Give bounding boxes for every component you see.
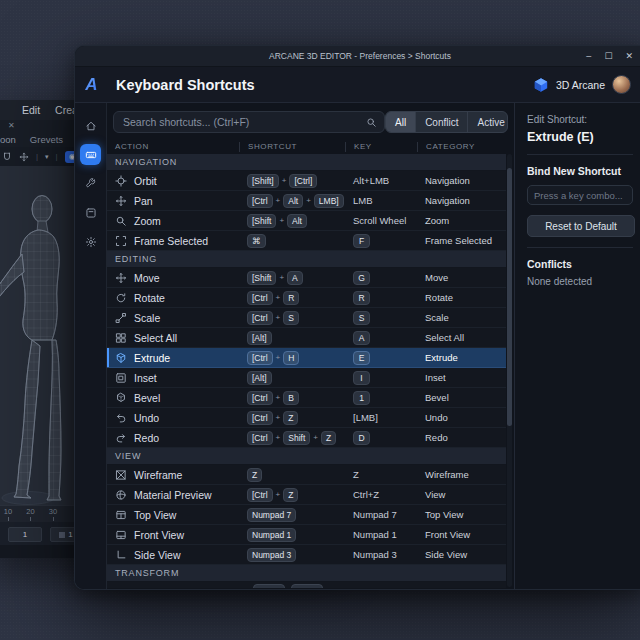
dialog-rail: [75, 103, 107, 589]
timeline-tick: 30: [43, 507, 63, 521]
table-row[interactable]: Scale[Ctrl+SSScale: [107, 308, 506, 328]
shortcut-cell: [Ctrl+Z: [239, 411, 345, 425]
shortcut-chip: [Shift: [247, 214, 276, 228]
editor-tab[interactable]: oon: [0, 134, 16, 145]
key-cell: Numpad 3: [345, 549, 417, 560]
cube-3d-icon: [533, 77, 549, 93]
key-cell: Z: [345, 469, 417, 480]
menu-item-edit[interactable]: Edit: [22, 104, 40, 116]
scale-icon: [115, 312, 127, 324]
panel-divider: [527, 154, 633, 155]
table-row[interactable]: Pan[Ctrl+Alt+LMB]LMBNavigation: [107, 191, 506, 211]
scrollbar[interactable]: [507, 154, 512, 587]
key-combo-input[interactable]: [527, 185, 633, 205]
table-row[interactable]: Material Preview[Ctrl+ZCtrl+ZView: [107, 485, 506, 505]
action-label: Zoom: [134, 215, 161, 227]
column-header-key: KEY: [345, 142, 417, 152]
plus-separator: +: [313, 433, 318, 442]
dialog-titlebar[interactable]: ARCANE 3D EDITOR - Preferences > Shortcu…: [75, 46, 640, 67]
rotate-icon: [115, 292, 127, 304]
shortcut-chip: [Ctrl: [247, 431, 273, 445]
shortcut-cell: Numpad 3: [239, 548, 345, 562]
key-cell: D: [345, 431, 417, 445]
shortcut-cell: Numpad 1: [239, 528, 345, 542]
key-cell: R: [345, 291, 417, 305]
table-row[interactable]: Frame Selected⌘FFrame Selected: [107, 231, 506, 251]
plus-separator: +: [276, 490, 281, 499]
filter-conflict[interactable]: Conflict: [415, 112, 467, 132]
key-chip: E: [353, 351, 370, 365]
plus-separator: +: [276, 393, 281, 402]
category-cell: View: [417, 489, 506, 500]
shortcut-cell: [Ctrl+R: [239, 291, 345, 305]
sidebar-item-shortcuts[interactable]: [80, 144, 101, 165]
scrollbar-thumb[interactable]: [507, 168, 512, 426]
key-cell: LMB: [345, 195, 417, 206]
category-cell: Bevel: [417, 392, 506, 403]
current-frame-field[interactable]: 1: [8, 527, 42, 542]
reset-to-default-button[interactable]: Reset to Default: [527, 215, 635, 237]
shortcut-chip: [Ctrl]: [289, 174, 317, 188]
wireframe-icon: [115, 469, 127, 481]
dialog-title: ARCANE 3D EDITOR - Preferences > Shortcu…: [269, 51, 451, 61]
table-row[interactable]: Rotate[Ctrl+RRRotate: [107, 288, 506, 308]
key-chip: 1: [353, 391, 370, 405]
close-button[interactable]: ✕: [625, 51, 633, 61]
shortcut-cell: [Shift+Alt: [239, 214, 345, 228]
sidebar-item-tools[interactable]: [80, 173, 101, 194]
sidebar-item-settings[interactable]: [80, 231, 101, 252]
shortcut-cell: Z: [239, 468, 345, 482]
action-label: Front View: [134, 529, 184, 541]
column-header-category: CATEGORY: [417, 142, 514, 152]
editor-tab[interactable]: Grevets: [30, 134, 63, 145]
table-row[interactable]: Undo[Ctrl+Z[LMB]Undo: [107, 408, 506, 428]
snap-icon[interactable]: [2, 152, 12, 162]
key-cell: Scroll Wheel: [345, 215, 417, 226]
sidebar-item-addons[interactable]: [80, 202, 101, 223]
action-label: Scale: [134, 312, 160, 324]
key-cell: I: [345, 371, 417, 385]
table-row[interactable]: Select All[Alt]ASelect All: [107, 328, 506, 348]
table-row[interactable]: Extrude[Ctrl+HEExtrude: [107, 348, 506, 368]
table-row[interactable]: Bevel[Ctrl+B1Bevel: [107, 388, 506, 408]
category-cell: Move: [417, 272, 506, 283]
select-all-icon: [115, 332, 127, 344]
table-row[interactable]: Top ViewNumpad 7Numpad 7Top View: [107, 505, 506, 525]
plus-separator: +: [282, 176, 287, 185]
table-row[interactable]: Move[Shift+AGMove: [107, 268, 506, 288]
table-row[interactable]: Zoom[Shift+AltScroll WheelZoom: [107, 211, 506, 231]
toolbar-divider: |: [56, 152, 58, 161]
filter-all[interactable]: All: [386, 112, 415, 132]
sidebar-item-home[interactable]: [80, 115, 101, 136]
conflicts-label: Conflicts: [527, 258, 633, 270]
search-box[interactable]: [113, 111, 385, 133]
minimize-button[interactable]: –: [586, 51, 591, 61]
toolbar-divider: |: [36, 152, 38, 161]
maximize-button[interactable]: ☐: [604, 51, 612, 61]
table-row[interactable]: Front ViewNumpad 1Numpad 1Front View: [107, 525, 506, 545]
avatar[interactable]: [612, 75, 631, 94]
keyboard-icon: [85, 149, 97, 161]
plus-separator: +: [276, 313, 281, 322]
transform-icon[interactable]: [19, 152, 29, 162]
category-cell: Rotate: [417, 292, 506, 303]
table-row[interactable]: Side ViewNumpad 3Numpad 3Side View: [107, 545, 506, 565]
shortcut-chip: Alt: [283, 194, 303, 208]
table-row[interactable]: Inset[Alt]IInset: [107, 368, 506, 388]
table-row[interactable]: Orbit[Shift]+[Ctrl]Alt+LMBNavigation: [107, 171, 506, 191]
table-row[interactable]: WireframeZZWireframe: [107, 465, 506, 485]
chevron-down-icon[interactable]: ▾: [45, 153, 49, 161]
category-cell: Frame Selected: [417, 235, 506, 246]
shortcut-chip: A: [287, 271, 303, 285]
filter-active[interactable]: Active: [467, 112, 508, 132]
search-icon[interactable]: [366, 117, 377, 128]
table-header: ACTIONSHORTCUTKEYCATEGORY: [107, 140, 514, 154]
action-label: Rotate: [134, 292, 165, 304]
action-label: Wireframe: [134, 469, 182, 481]
key-chip: S: [353, 311, 370, 325]
tab-close-icon[interactable]: ✕: [8, 121, 15, 131]
gear-icon: [85, 236, 97, 248]
table-row[interactable]: Redo[Ctrl+Shift+ZDRedo: [107, 428, 506, 448]
filter-segmented-control: AllConflictActive: [385, 111, 508, 133]
search-input[interactable]: [121, 115, 360, 129]
